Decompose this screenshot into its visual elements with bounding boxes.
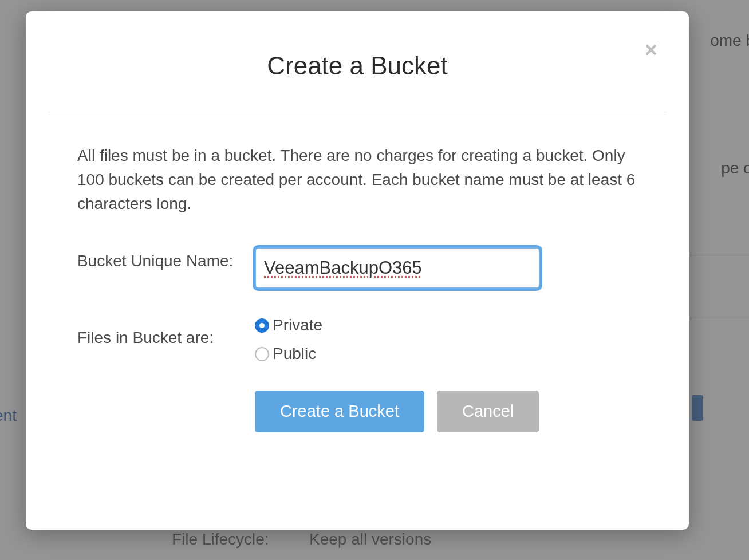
- modal-title: Create a Bucket: [26, 11, 689, 112]
- close-icon[interactable]: ×: [645, 39, 657, 61]
- radio-checked-icon: [255, 318, 269, 333]
- privacy-private-label: Private: [273, 316, 322, 334]
- radio-unchecked-icon: [255, 347, 269, 361]
- bucket-name-label: Bucket Unique Name:: [77, 247, 255, 270]
- modal-body: All files must be in a bucket. There are…: [26, 112, 689, 432]
- create-bucket-modal: × Create a Bucket All files must be in a…: [26, 11, 689, 530]
- privacy-radio-group: Private Public: [255, 316, 637, 363]
- create-bucket-button[interactable]: Create a Bucket: [255, 391, 424, 432]
- bucket-name-row: Bucket Unique Name:: [77, 247, 637, 289]
- modal-description: All files must be in a bucket. There are…: [77, 144, 637, 216]
- privacy-private-radio[interactable]: Private: [255, 316, 637, 334]
- bucket-name-input[interactable]: [255, 247, 540, 289]
- privacy-public-radio[interactable]: Public: [255, 345, 637, 363]
- files-privacy-row: Files in Bucket are: Private Public: [77, 316, 637, 363]
- modal-button-row: Create a Bucket Cancel: [77, 391, 637, 432]
- cancel-button[interactable]: Cancel: [437, 391, 539, 432]
- privacy-public-label: Public: [273, 345, 316, 363]
- files-privacy-label: Files in Bucket are:: [77, 316, 255, 347]
